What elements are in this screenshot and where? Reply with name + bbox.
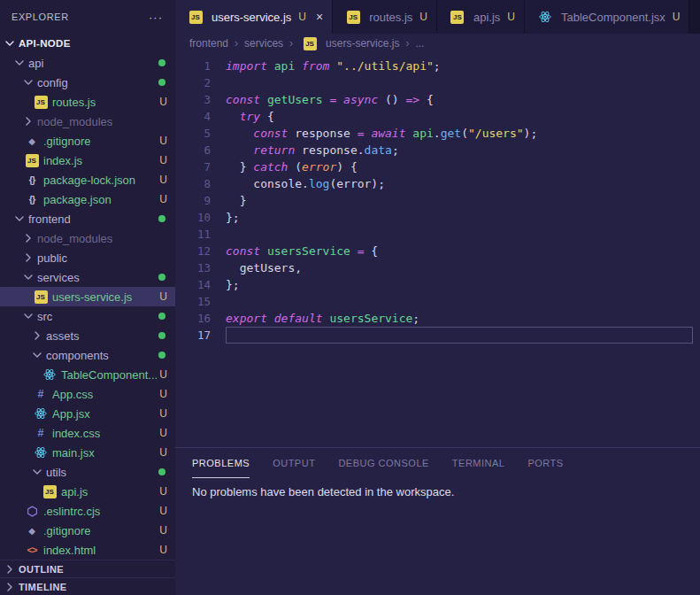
tab-tablecomponent-jsx[interactable]: TableComponent.jsxU xyxy=(525,0,689,34)
css-file-icon: # xyxy=(34,387,48,401)
sidebar-section-timeline[interactable]: TIMELINE xyxy=(0,577,175,595)
code-line-15[interactable]: 15 xyxy=(175,293,700,310)
breadcrumb-item-item[interactable]: ... xyxy=(415,37,424,50)
breadcrumb-item-label: users-service.js xyxy=(326,37,399,50)
tab-routes-js[interactable]: JSroutes.jsU xyxy=(333,0,437,34)
tree-item-index-js[interactable]: JSindex.jsU xyxy=(0,151,175,170)
tab-api-js[interactable]: JSapi.jsU xyxy=(437,0,525,34)
tab-users-service-js[interactable]: JSusers-service.jsU× xyxy=(175,0,333,34)
code-token: ) { xyxy=(336,160,357,174)
tree-item-eslintrc-cjs[interactable]: .eslintrc.cjsU xyxy=(0,501,175,521)
tree-item-gitignore[interactable]: ◆.gitignoreU xyxy=(0,521,175,540)
tree-item-tablecomponent[interactable]: TableComponent...U xyxy=(0,365,175,384)
code-editor[interactable]: 1import api from "../utils/api";23const … xyxy=(175,53,700,447)
code-token: ); xyxy=(524,127,538,140)
js-file-icon: JS xyxy=(34,95,48,109)
tree-item-routes-js[interactable]: JSroutes.jsU xyxy=(0,92,175,112)
code-line-16[interactable]: 16export default usersService; xyxy=(175,310,700,327)
code-line-14[interactable]: 14}; xyxy=(175,276,700,293)
panel-tab-problems[interactable]: PROBLEMS xyxy=(192,448,250,478)
line-number: 12 xyxy=(175,243,226,259)
tree-item-components[interactable]: components xyxy=(0,345,175,365)
editor-area: JSusers-service.jsU×JSroutes.jsUJSapi.js… xyxy=(175,0,700,595)
untracked-badge: U xyxy=(159,174,167,186)
tree-item-node-modules[interactable]: node_modules xyxy=(0,112,175,131)
code-token: = xyxy=(358,127,365,140)
line-number: 6 xyxy=(175,142,226,158)
tree-item-label: utils xyxy=(46,466,66,479)
chevron-down-icon xyxy=(30,348,44,362)
tree-item-src[interactable]: src xyxy=(0,306,175,326)
code-token: catch xyxy=(253,160,288,174)
untracked-badge: U xyxy=(159,485,167,498)
breadcrumb-item-users-service-js[interactable]: JSusers-service.js xyxy=(299,36,399,50)
tree-root-api-node[interactable]: API-NODE xyxy=(0,34,175,53)
tree-item-index-html[interactable]: <>index.htmlU xyxy=(0,540,175,560)
tree-item-index-css[interactable]: #index.cssU xyxy=(0,423,175,443)
code-line-10[interactable]: 10}; xyxy=(175,209,700,226)
git-changes-dot-icon xyxy=(158,313,165,320)
tree-item-frontend[interactable]: frontend xyxy=(0,209,175,228)
line-number: 3 xyxy=(175,91,226,108)
tree-item-app-css[interactable]: #App.cssU xyxy=(0,384,175,404)
line-number: 15 xyxy=(175,293,226,310)
code-line-17[interactable]: 17 xyxy=(175,327,700,344)
panel-tab-terminal[interactable]: TERMINAL xyxy=(452,448,505,478)
line-number: 5 xyxy=(175,125,226,142)
breadcrumb-item-frontend[interactable]: frontend xyxy=(189,37,228,50)
breadcrumb-item-services[interactable]: services xyxy=(244,37,283,50)
code-line-11[interactable]: 11 xyxy=(175,226,700,243)
tree-item-app-jsx[interactable]: App.jsxU xyxy=(0,404,175,423)
eslint-file-icon xyxy=(25,504,39,518)
tree-item-services[interactable]: services xyxy=(0,267,175,287)
tree-item-package-json[interactable]: {}package.jsonU xyxy=(0,189,175,209)
code-line-7[interactable]: 7 } catch (error) { xyxy=(175,158,700,175)
panel-tabbar: PROBLEMSOUTPUTDEBUG CONSOLETERMINALPORTS xyxy=(175,448,700,478)
sidebar-section-outline[interactable]: OUTLINE xyxy=(0,560,175,577)
tree-item-assets[interactable]: assets xyxy=(0,326,175,345)
tree-item-utils[interactable]: utils xyxy=(0,462,175,482)
panel-tab-label: PROBLEMS xyxy=(192,458,250,468)
code-token xyxy=(267,59,274,73)
tree-item-users-service-js[interactable]: JSusers-service.jsU xyxy=(0,287,175,306)
tree-item-api[interactable]: api xyxy=(0,53,175,73)
js-file-icon: JS xyxy=(188,10,203,24)
close-icon[interactable]: × xyxy=(316,11,323,23)
code-line-8[interactable]: 8 console.log(error); xyxy=(175,175,700,192)
tree-item-gitignore[interactable]: ◆.gitignoreU xyxy=(0,131,175,151)
code-line-3[interactable]: 3const getUsers = async () => { xyxy=(175,91,700,108)
tree-item-node-modules[interactable]: node_modules xyxy=(0,228,175,248)
js-file-icon: JS xyxy=(450,10,465,24)
code-line-5[interactable]: 5 const response = await api.get("/users… xyxy=(175,125,700,142)
section-label: TIMELINE xyxy=(19,582,67,592)
chevron-right-icon xyxy=(21,114,35,128)
breadcrumb-separator-icon: › xyxy=(289,37,293,50)
panel-tab-ports[interactable]: PORTS xyxy=(527,448,563,478)
more-actions-icon[interactable]: ··· xyxy=(149,11,163,24)
code-token: response. xyxy=(295,143,364,157)
tree-item-public[interactable]: public xyxy=(0,248,175,267)
code-line-4[interactable]: 4 try { xyxy=(175,108,700,125)
git-changes-dot-icon xyxy=(158,332,165,339)
panel-tab-debug-console[interactable]: DEBUG CONSOLE xyxy=(338,448,428,478)
code-line-2[interactable]: 2 xyxy=(175,74,700,91)
code-token: } xyxy=(226,160,253,174)
code-text xyxy=(226,327,693,344)
untracked-badge: U xyxy=(159,388,167,400)
code-line-13[interactable]: 13 getUsers, xyxy=(175,259,700,276)
tree-item-main-jsx[interactable]: main.jsxU xyxy=(0,443,175,462)
tree-item-label: api xyxy=(28,57,43,70)
tree-item-config[interactable]: config xyxy=(0,73,175,92)
code-line-9[interactable]: 9 } xyxy=(175,192,700,209)
code-line-1[interactable]: 1import api from "../utils/api"; xyxy=(175,58,700,74)
code-line-6[interactable]: 6 return response.data; xyxy=(175,142,700,158)
code-line-12[interactable]: 12const usersService = { xyxy=(175,243,700,259)
code-text: console.log(error); xyxy=(226,175,693,192)
tree-item-api-js[interactable]: JSapi.jsU xyxy=(0,482,175,501)
panel-tab-output[interactable]: OUTPUT xyxy=(273,448,315,478)
tree-item-package-lock-json[interactable]: {}package-lock.jsonU xyxy=(0,170,175,189)
code-token: }; xyxy=(226,278,240,291)
panel-tab-label: PORTS xyxy=(527,458,563,468)
untracked-badge: U xyxy=(159,290,167,303)
tree-item-label: App.jsx xyxy=(52,407,90,421)
